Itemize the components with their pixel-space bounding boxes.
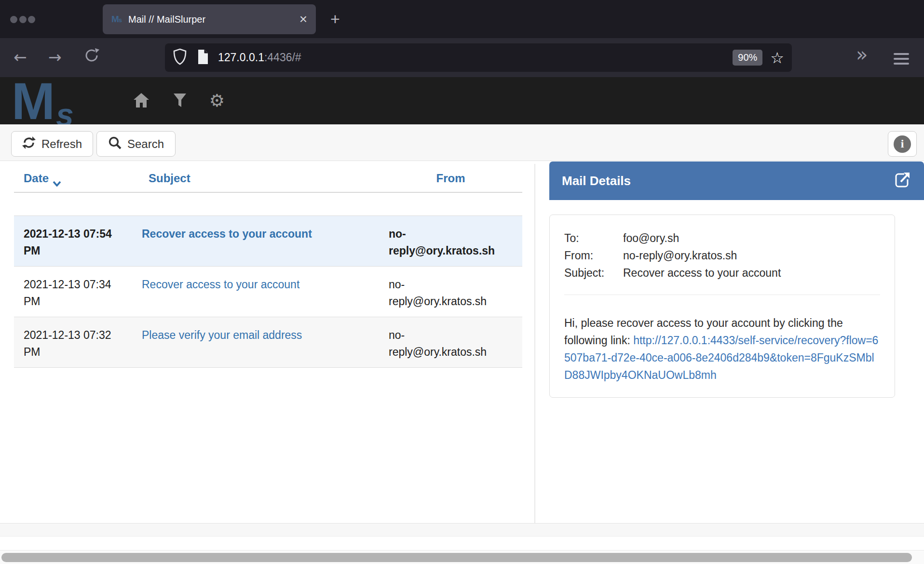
- app-toolbar: Refresh Search i: [0, 124, 924, 161]
- mailslurper-window: Ms Mail // MailSlurper × + ← → 127.0.0.1…: [0, 0, 924, 564]
- mail-row[interactable]: 2021-12-13 07:32 PM Please verify your e…: [14, 317, 522, 368]
- horizontal-scrollbar[interactable]: [0, 550, 924, 564]
- back-button[interactable]: ←: [14, 49, 27, 66]
- browser-tab[interactable]: Ms Mail // MailSlurper ×: [103, 4, 316, 34]
- from-label: From:: [564, 247, 623, 264]
- new-tab-button[interactable]: +: [330, 11, 340, 27]
- refresh-icon: [22, 136, 36, 152]
- mail-row[interactable]: 2021-12-13 07:34 PM Recover access to yo…: [14, 266, 522, 317]
- tab-close-icon[interactable]: ×: [299, 13, 307, 26]
- settings-gear-icon[interactable]: ⚙: [206, 90, 228, 111]
- card-divider: [564, 295, 880, 295]
- mail-subject-link[interactable]: Please verify your email address: [142, 329, 302, 341]
- panel-divider: [534, 164, 535, 537]
- page-info-icon[interactable]: [197, 49, 209, 67]
- mail-body: Hi, please recover access to your accoun…: [564, 314, 880, 384]
- search-label: Search: [127, 137, 164, 151]
- window-minimize-button[interactable]: [19, 16, 27, 23]
- zoom-level-badge[interactable]: 90%: [733, 50, 762, 66]
- horizontal-scrollbar-thumb[interactable]: [1, 553, 912, 562]
- reload-button[interactable]: [83, 47, 100, 67]
- mail-date: 2021-12-13 07:32 PM: [14, 317, 132, 367]
- mail-from: no-reply@ory.kratos.sh: [379, 267, 490, 317]
- mail-list: 2021-12-13 07:54 PM Recover access to yo…: [14, 215, 522, 368]
- to-label: To:: [564, 229, 623, 247]
- subject-value: Recover access to your account: [623, 264, 781, 282]
- window-zoom-button[interactable]: [28, 16, 35, 23]
- info-button[interactable]: i: [888, 131, 917, 157]
- home-button[interactable]: [131, 90, 152, 111]
- main-content: Date Subject From 2021-12-13 07:54 PM Re…: [0, 161, 924, 523]
- browser-navbar: ← → 127.0.0.1:4436/# 90% ☆ »: [0, 38, 924, 77]
- url-text: 127.0.0.1:4436/#: [218, 51, 733, 64]
- shield-icon[interactable]: [173, 48, 187, 67]
- sort-chevron-down-icon: [53, 172, 61, 189]
- filter-button[interactable]: [169, 90, 190, 111]
- browser-tab-bar: Ms Mail // MailSlurper × +: [0, 0, 924, 38]
- url-bar[interactable]: 127.0.0.1:4436/# 90% ☆: [165, 43, 792, 72]
- refresh-button[interactable]: Refresh: [11, 131, 93, 157]
- mail-row[interactable]: 2021-12-13 07:54 PM Recover access to yo…: [14, 215, 522, 266]
- mail-details-header: Mail Details: [549, 161, 924, 200]
- mail-details-card: To:foo@ory.sh From:no-reply@ory.kratos.s…: [549, 215, 895, 398]
- mail-list-header: Date Subject From: [14, 167, 522, 193]
- date-column-header[interactable]: Date: [14, 167, 132, 192]
- mail-details-title: Mail Details: [562, 174, 892, 188]
- mail-subject-link[interactable]: Recover access to your account: [142, 228, 312, 240]
- mail-from: no-reply@ory.kratos.sh: [379, 216, 490, 266]
- app-menu-button[interactable]: [894, 53, 909, 65]
- mail-date: 2021-12-13 07:54 PM: [14, 216, 132, 266]
- window-close-button[interactable]: [10, 16, 17, 23]
- from-column-header[interactable]: From: [379, 167, 522, 192]
- open-external-icon[interactable]: [892, 170, 911, 191]
- mail-subject-link[interactable]: Recover access to your account: [142, 278, 299, 291]
- mail-from: no-reply@ory.kratos.sh: [379, 317, 490, 367]
- tab-title: Mail // MailSlurper: [128, 14, 299, 25]
- mailslurper-header: Ms ⚙: [0, 77, 924, 124]
- info-icon: i: [894, 135, 911, 153]
- to-value: foo@ory.sh: [623, 229, 679, 247]
- refresh-label: Refresh: [41, 137, 82, 151]
- forward-button[interactable]: →: [48, 49, 62, 66]
- from-value: no-reply@ory.kratos.sh: [623, 247, 737, 264]
- search-button[interactable]: Search: [96, 131, 176, 157]
- subject-label: Subject:: [564, 264, 623, 282]
- footer-strip: [0, 523, 924, 537]
- subject-column-header[interactable]: Subject: [132, 167, 379, 192]
- bookmark-star-icon[interactable]: ☆: [770, 50, 784, 66]
- mailslurper-favicon-icon: Ms: [111, 14, 122, 25]
- mail-date: 2021-12-13 07:34 PM: [14, 267, 132, 317]
- overflow-menu-button[interactable]: »: [856, 46, 868, 63]
- search-icon: [108, 136, 122, 152]
